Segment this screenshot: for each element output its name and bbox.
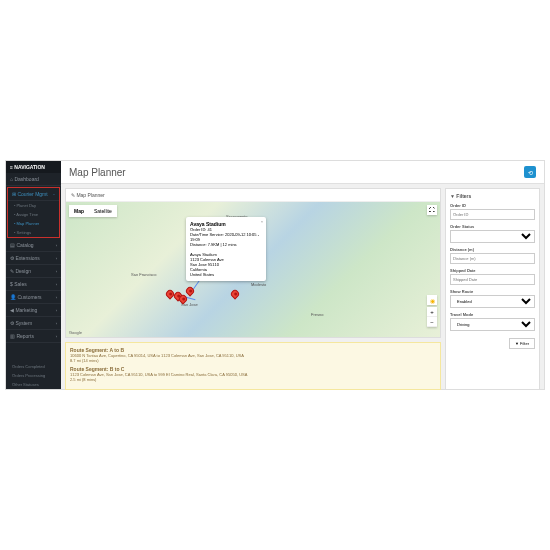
page-title: Map Planner [69, 167, 126, 178]
refresh-button[interactable]: ⟲ [524, 166, 536, 178]
sidebar-sub-settings[interactable]: • Settings [8, 228, 59, 237]
filters-title: ▼ Filters [450, 193, 535, 199]
label-mode: Travel Mode [450, 312, 535, 317]
sidebar-customers[interactable]: 👤 Customers› [6, 291, 61, 304]
sidebar-sub-assign[interactable]: • Assign Time [8, 210, 59, 219]
filter-button[interactable]: ▼ Filter [509, 338, 535, 349]
distance-input[interactable] [450, 253, 535, 264]
sidebar-design[interactable]: ✎ Design› [6, 265, 61, 278]
nav-title: ≡ NAVIGATION [6, 161, 61, 173]
label-order-id: Order ID [450, 203, 535, 208]
order-id-input[interactable] [450, 209, 535, 220]
route-segments: Route Segment: A to B 10600 N Tantau Ave… [65, 342, 441, 390]
sidebar-marketing[interactable]: ◀ Marketing› [6, 304, 61, 317]
label-shipped: Shipped Date [450, 268, 535, 273]
fullscreen-icon[interactable]: ⛶ [427, 205, 437, 215]
close-icon[interactable]: × [261, 219, 263, 224]
label-distance: Distance (m) [450, 247, 535, 252]
sidebar-sales[interactable]: $ Sales› [6, 278, 61, 291]
route-select[interactable]: Enabled [450, 295, 535, 308]
sidebar-reports[interactable]: ▥ Reports› [6, 330, 61, 343]
map-tab-satellite[interactable]: Satellite [89, 205, 117, 217]
sidebar-footer-3: Other Statuses [6, 380, 61, 389]
map-marker[interactable] [229, 288, 240, 299]
label-status: Order Status [450, 224, 535, 229]
sidebar-extensions[interactable]: ⚙ Extensions› [6, 252, 61, 265]
sidebar-sub-map[interactable]: • Map Planner [8, 219, 59, 228]
sidebar-catalog[interactable]: ▤ Catalog› [6, 239, 61, 252]
filters-panel: ▼ Filters Order ID Order Status Distance… [445, 188, 540, 390]
status-select[interactable] [450, 230, 535, 243]
sidebar-system[interactable]: ⚙ System› [6, 317, 61, 330]
sidebar-footer-1: Orders Completed [6, 362, 61, 371]
sidebar: ≡ NAVIGATION ⌂ Dashboard ⊞ Courier Mgmt−… [6, 161, 61, 389]
shipped-input[interactable] [450, 274, 535, 285]
zoom-out-button[interactable]: − [427, 317, 437, 327]
city-label: Modesto [251, 282, 266, 287]
map-panel: ✎ Map Planner Map Satellite ⛶ ◉ + − Sacr… [65, 188, 441, 338]
panel-title: ✎ Map Planner [66, 189, 440, 202]
zoom-controls: + − [427, 307, 437, 327]
main: Map Planner ⟲ ✎ Map Planner Map Satellit… [61, 161, 544, 389]
pegman-icon[interactable]: ◉ [427, 295, 437, 305]
sidebar-dashboard[interactable]: ⌂ Dashboard [6, 173, 61, 186]
sidebar-sub-planet[interactable]: • Planet Day [8, 201, 59, 210]
label-route: Show Route [450, 289, 535, 294]
mode-select[interactable]: Driving [450, 318, 535, 331]
header: Map Planner ⟲ [61, 161, 544, 184]
google-logo: Google [69, 330, 82, 335]
zoom-in-button[interactable]: + [427, 307, 437, 317]
chevron-down-icon: − [53, 192, 55, 197]
map[interactable]: Map Satellite ⛶ ◉ + − Sacramento San Fra… [66, 202, 440, 337]
city-label: San Francisco [131, 272, 157, 277]
sidebar-courier-group: ⊞ Courier Mgmt− • Planet Day • Assign Ti… [7, 187, 60, 238]
sidebar-footer-2: Orders Processing [6, 371, 61, 380]
map-tab-map[interactable]: Map [69, 205, 89, 217]
map-infobox: × Avaya Stadium Order ID: 41 Date/Time S… [186, 217, 266, 281]
map-type-tabs: Map Satellite [69, 205, 117, 217]
city-label: Fresno [311, 312, 323, 317]
sidebar-courier[interactable]: ⊞ Courier Mgmt− [8, 188, 59, 201]
